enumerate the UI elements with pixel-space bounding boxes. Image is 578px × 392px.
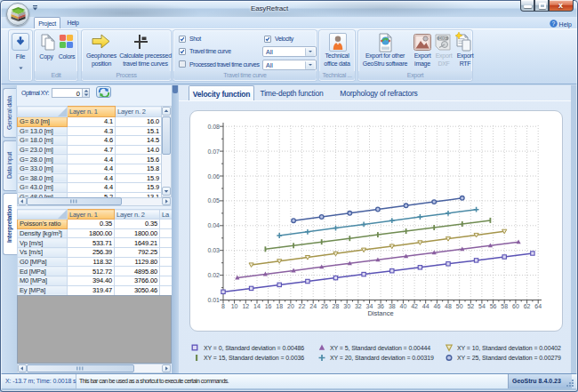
svg-text:12: 12 — [242, 303, 249, 309]
svg-text:0.06: 0.06 — [207, 173, 220, 180]
svg-text:64: 64 — [534, 303, 542, 309]
svg-text:56: 56 — [490, 303, 497, 309]
svg-text:0.07: 0.07 — [207, 148, 220, 155]
svg-text:0.02: 0.02 — [207, 272, 220, 278]
svg-text:0.05: 0.05 — [207, 197, 220, 204]
svg-text:52: 52 — [467, 303, 474, 309]
svg-text:58: 58 — [501, 303, 508, 309]
svg-text:60: 60 — [512, 303, 519, 309]
svg-text:DXF: DXF — [439, 36, 447, 41]
svg-text:8: 8 — [221, 303, 225, 309]
svg-text:40: 40 — [400, 303, 407, 309]
svg-text:Distance: Distance — [367, 309, 393, 317]
svg-text:50: 50 — [456, 303, 463, 309]
svg-text:38: 38 — [389, 303, 396, 309]
svg-text:36: 36 — [377, 303, 384, 309]
svg-text:20: 20 — [287, 303, 294, 309]
svg-text:0.01: 0.01 — [207, 297, 220, 303]
svg-text:24: 24 — [309, 303, 317, 309]
svg-text:?: ? — [551, 20, 555, 27]
svg-text:32: 32 — [355, 303, 362, 309]
svg-text:44: 44 — [422, 303, 429, 309]
svg-text:0.03: 0.03 — [207, 247, 220, 253]
svg-text:42: 42 — [411, 303, 418, 309]
svg-text:26: 26 — [321, 303, 328, 309]
svg-text:48: 48 — [445, 303, 452, 309]
svg-text:22: 22 — [299, 303, 306, 309]
svg-text:28: 28 — [333, 303, 340, 309]
svg-text:18: 18 — [276, 303, 283, 309]
svg-text:0.04: 0.04 — [207, 222, 220, 228]
svg-text:62: 62 — [524, 303, 531, 309]
svg-text:0.08: 0.08 — [207, 124, 220, 130]
svg-text:46: 46 — [434, 303, 441, 309]
svg-text:54: 54 — [478, 303, 486, 309]
svg-text:30: 30 — [343, 303, 350, 309]
svg-text:10: 10 — [231, 303, 238, 309]
svg-text:14: 14 — [253, 303, 261, 309]
svg-text:16: 16 — [265, 303, 272, 309]
svg-text:34: 34 — [366, 303, 373, 309]
